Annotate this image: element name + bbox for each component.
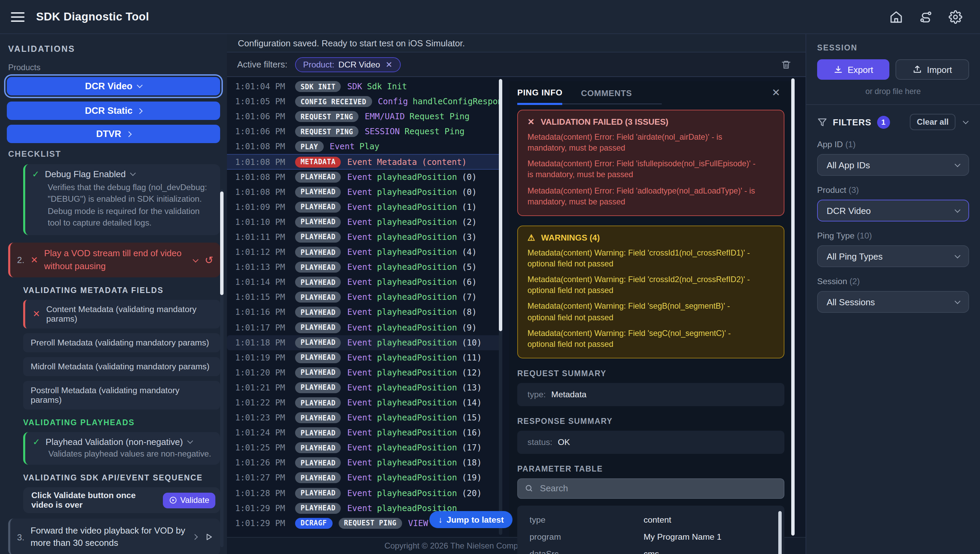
log-row[interactable]: 1:01:21 PMPLAYHEADEventplayheadPosition(… — [227, 380, 502, 395]
log-row[interactable]: 1:01:06 PMREQUEST PINGSESSIONRequest Pin… — [227, 124, 502, 139]
detail-scrollbar-thumb[interactable] — [791, 78, 795, 536]
chevron-down-icon[interactable] — [193, 256, 199, 262]
product-button-dcr-video[interactable]: DCR Video — [7, 77, 220, 96]
product-button-dcr-static[interactable]: DCR Static — [7, 102, 220, 120]
remove-filter-icon[interactable]: ✕ — [386, 60, 393, 69]
tab-comments[interactable]: COMMENTS — [581, 83, 632, 103]
log-row[interactable]: 1:01:19 PMPLAYHEADEventplayheadPosition(… — [227, 350, 502, 365]
log-row[interactable]: 1:01:08 PMPLAYHEADEventplayheadPosition(… — [227, 169, 502, 184]
log-row[interactable]: 1:01:06 PMREQUEST PINGEMM/UAIDRequest Pi… — [227, 109, 502, 124]
log-row[interactable]: 1:01:26 PMPLAYHEADEventplayheadPosition(… — [227, 455, 502, 471]
log-row[interactable]: 1:01:28 PMPLAYHEADEventplayheadPosition(… — [227, 486, 502, 500]
log-row[interactable]: 1:01:12 PMPLAYHEADEventplayheadPosition(… — [227, 245, 502, 259]
check-label: Postroll Metadata (validating mandatory … — [31, 385, 213, 404]
parameter-row: programMy Program Name 1 — [517, 529, 784, 546]
log-row[interactable]: 1:01:25 PMPLAYHEADEventplayheadPosition(… — [227, 441, 502, 455]
checklist-item-debug-flag[interactable]: ✓ Debug Flag Enabled Verifies that the d… — [23, 164, 220, 236]
filter-group-label: Ping Type (10) — [817, 231, 969, 240]
event-type-badge: PLAYHEAD — [295, 171, 341, 182]
reset-icon[interactable]: ↺ — [205, 255, 213, 265]
event-type-badge: PLAYHEAD — [295, 443, 341, 454]
close-icon[interactable]: ✕ — [768, 86, 784, 99]
log-row[interactable]: 1:01:22 PMPLAYHEADEventplayheadPosition(… — [227, 395, 502, 410]
log-timestamp: 1:01:06 PM — [235, 112, 295, 121]
tab-ping-info[interactable]: PING INFO — [517, 83, 563, 105]
checklist-item-playhead[interactable]: ✓ Playhead Validation (non-negative) Val… — [23, 432, 220, 465]
event-log-list: 1:01:04 PMSDK INITSDKSdk Init1:01:05 PMC… — [227, 77, 502, 537]
event-type-badge: DCRAGF — [295, 518, 332, 529]
log-row[interactable]: 1:01:13 PMPLAYHEADEventplayheadPosition(… — [227, 259, 502, 275]
checklist-scrollbar-thumb[interactable] — [220, 191, 224, 295]
log-row[interactable]: 1:01:15 PMPLAYHEADEventplayheadPosition(… — [227, 290, 502, 305]
trash-icon[interactable] — [777, 58, 795, 70]
log-timestamp: 1:01:11 PM — [235, 232, 295, 242]
validate-button[interactable]: Validate — [162, 492, 215, 508]
metadata-check-item[interactable]: Midroll Metadata (validating mandatory p… — [23, 357, 220, 376]
metadata-check-item[interactable]: Preroll Metadata (validating mandatory p… — [23, 333, 220, 352]
filters-header: FILTERS 1 Clear all — [817, 114, 969, 130]
log-row[interactable]: 1:01:27 PMPLAYHEADEventplayheadPosition(… — [227, 471, 502, 486]
chevron-right-icon — [137, 108, 143, 114]
log-row[interactable]: 1:01:14 PMPLAYHEADEventplayheadPosition(… — [227, 275, 502, 290]
log-message: EventplayheadPosition(5) — [347, 262, 477, 272]
play-icon[interactable] — [204, 532, 213, 542]
filter-chip-product[interactable]: Product: DCR Video ✕ — [295, 57, 400, 72]
log-row[interactable]: 1:01:10 PMPLAYHEADEventplayheadPosition(… — [227, 215, 502, 230]
menu-icon[interactable] — [11, 12, 24, 21]
log-row[interactable]: 1:01:08 PMMETADATAEventMetadata(content) — [227, 154, 502, 169]
log-timestamp: 1:01:10 PM — [235, 217, 295, 227]
metadata-check-item[interactable]: Postroll Metadata (validating mandatory … — [23, 380, 220, 409]
event-type-badge: PLAYHEAD — [295, 397, 341, 408]
collapse-filters-icon[interactable] — [963, 118, 969, 124]
chevron-down-icon[interactable] — [130, 170, 136, 176]
item-number: 2. — [17, 255, 24, 265]
search-input[interactable] — [539, 483, 777, 494]
param-scrollbar-thumb[interactable] — [778, 511, 782, 554]
log-row[interactable]: 1:01:18 PMPLAYHEADEventplayheadPosition(… — [227, 335, 502, 350]
filter-select-app-id[interactable]: All App IDs — [817, 154, 969, 176]
log-row[interactable]: 1:01:24 PMPLAYHEADEventplayheadPosition(… — [227, 425, 502, 440]
clear-all-button[interactable]: Clear all — [910, 114, 956, 130]
log-row[interactable]: 1:01:20 PMPLAYHEADEventplayheadPosition(… — [227, 365, 502, 380]
log-row[interactable]: 1:01:16 PMPLAYHEADEventplayheadPosition(… — [227, 305, 502, 320]
top-icon-group — [889, 10, 962, 24]
checklist-item-2[interactable]: 2. ✕ Play a VOD stream till end of video… — [8, 243, 220, 277]
sequence-section-label: VALIDATING SDK API/EVENT SEQUENCE — [23, 474, 220, 482]
log-row[interactable]: 1:01:17 PMPLAYHEADEventplayheadPosition(… — [227, 320, 502, 335]
metadata-check-item[interactable]: ✕Content Metadata (validating mandatory … — [23, 299, 220, 328]
jump-to-latest-button[interactable]: ↓ Jump to latest — [430, 511, 512, 528]
filter-select-session[interactable]: All Sessions — [817, 291, 969, 313]
event-type-badge: PLAYHEAD — [295, 292, 341, 303]
session-label: SESSION — [817, 43, 969, 52]
log-row[interactable]: 1:01:08 PMPLAYEventPlay — [227, 139, 502, 154]
log-timestamp: 1:01:18 PM — [235, 337, 295, 347]
home-icon[interactable] — [889, 10, 903, 24]
checklist-item-title: Debug Flag Enabled — [45, 169, 126, 179]
log-timestamp: 1:01:06 PM — [235, 127, 295, 137]
log-timestamp: 1:01:08 PM — [235, 172, 295, 181]
log-row[interactable]: 1:01:09 PMPLAYHEADEventplayheadPosition(… — [227, 200, 502, 215]
export-button[interactable]: Export — [817, 59, 889, 80]
log-row[interactable]: 1:01:23 PMPLAYHEADEventplayheadPosition(… — [227, 410, 502, 425]
log-row[interactable]: 1:01:04 PMSDK INITSDKSdk Init — [227, 79, 502, 94]
route-icon[interactable] — [919, 10, 933, 24]
event-type-badge: PLAYHEAD — [295, 382, 341, 393]
playheads-section-label: VALIDATING PLAYHEADS — [23, 418, 220, 426]
log-row[interactable]: 1:01:11 PMPLAYHEADEventplayheadPosition(… — [227, 230, 502, 245]
filter-select-ping-type[interactable]: All Ping Types — [817, 245, 969, 267]
filter-select-value: DCR Video — [827, 205, 871, 216]
parameter-table: typecontentprogramMy Program Name 1dataS… — [517, 506, 784, 554]
chevron-down-icon[interactable] — [188, 438, 193, 444]
import-button[interactable]: Import — [896, 59, 969, 80]
log-scrollbar-thumb[interactable] — [499, 79, 502, 331]
log-row[interactable]: 1:01:05 PMCONFIG RECEIVEDConfighandleCon… — [227, 94, 502, 109]
filter-select-product[interactable]: DCR Video — [817, 200, 969, 221]
gear-icon[interactable] — [949, 10, 962, 24]
checklist-step-3[interactable]: 3.Forward the video playback for VOD by … — [8, 519, 220, 554]
chevron-down-icon — [955, 253, 961, 258]
chevron-down-icon — [955, 207, 961, 213]
log-row[interactable]: 1:01:08 PMPLAYHEADEventplayheadPosition(… — [227, 184, 502, 199]
event-type-badge: PLAYHEAD — [295, 473, 341, 484]
product-button-dtvr[interactable]: DTVR — [7, 125, 220, 143]
chevron-right-icon[interactable] — [192, 534, 198, 540]
